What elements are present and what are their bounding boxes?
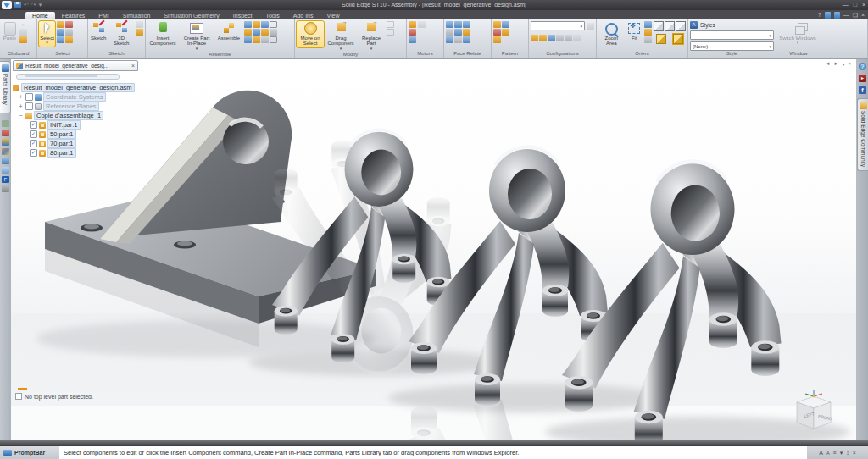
redo-icon[interactable]: ↷ bbox=[31, 2, 36, 8]
solid-edge-community-tab[interactable]: Solid Edge Community bbox=[857, 98, 868, 171]
mini-icon[interactable] bbox=[57, 29, 64, 36]
mini-icon[interactable] bbox=[446, 36, 453, 43]
mini-icon[interactable] bbox=[65, 29, 73, 36]
note-checkbox[interactable] bbox=[15, 393, 22, 400]
motor-icon[interactable] bbox=[409, 21, 416, 28]
mini-icon[interactable] bbox=[244, 21, 252, 28]
doc-icon[interactable] bbox=[825, 12, 831, 19]
pan-icon[interactable] bbox=[644, 29, 652, 36]
tab-inspect[interactable]: Inspect bbox=[226, 12, 259, 19]
camera-icon[interactable] bbox=[565, 35, 572, 41]
motor-icon[interactable] bbox=[409, 36, 416, 43]
dropdown-icon[interactable]: ▾ bbox=[840, 450, 843, 456]
dock-icon[interactable] bbox=[2, 139, 9, 146]
zoom-area-button[interactable]: Zoom Area bbox=[598, 21, 625, 47]
select-button[interactable]: Select▾ bbox=[39, 21, 55, 47]
undo-icon[interactable]: ↶ bbox=[24, 2, 29, 8]
document-tab[interactable]: Result_model_generative_desig... × bbox=[13, 60, 138, 71]
scroll-left-icon[interactable]: ◄ bbox=[826, 61, 831, 67]
text-scale-icon[interactable]: A bbox=[819, 450, 823, 456]
mini-icon[interactable] bbox=[502, 29, 509, 36]
tab-pmi[interactable]: PMI bbox=[92, 12, 115, 19]
tab-simulation-geometry[interactable]: Simulation Geometry bbox=[157, 12, 225, 19]
mini-icon[interactable] bbox=[261, 29, 269, 36]
visibility-checkbox[interactable] bbox=[25, 102, 33, 110]
mini-icon[interactable] bbox=[244, 29, 252, 36]
dock-icon[interactable] bbox=[2, 148, 9, 155]
mini-icon[interactable] bbox=[65, 21, 73, 28]
mini-icon[interactable] bbox=[136, 29, 143, 36]
app-logo-icon[interactable] bbox=[2, 1, 12, 9]
dock-icon[interactable] bbox=[2, 120, 9, 127]
mini-icon[interactable] bbox=[270, 29, 277, 36]
view-cube-icon[interactable] bbox=[665, 21, 675, 31]
tab-add-ins[interactable]: Add Ins bbox=[287, 12, 320, 19]
shaded-edges-cube-icon[interactable] bbox=[673, 34, 683, 44]
tab-home[interactable]: Home bbox=[25, 12, 55, 19]
assemble-button[interactable]: Assemble bbox=[215, 21, 242, 41]
viewport-close-icon[interactable]: × bbox=[848, 61, 851, 67]
mini-icon[interactable] bbox=[548, 35, 555, 41]
mini-icon[interactable] bbox=[539, 35, 547, 41]
mini-icon[interactable] bbox=[253, 21, 260, 28]
minimize-button[interactable]: — bbox=[843, 0, 849, 10]
create-part-in-place-button[interactable]: Create Part In-Place▾ bbox=[180, 21, 214, 52]
visibility-checkbox[interactable] bbox=[30, 121, 37, 129]
mini-icon[interactable] bbox=[57, 36, 64, 43]
mini-icon[interactable] bbox=[253, 29, 260, 36]
dock-icon[interactable]: F bbox=[2, 176, 9, 183]
mini-icon[interactable] bbox=[531, 35, 538, 41]
visibility-checkbox[interactable] bbox=[30, 140, 37, 147]
mini-icon[interactable] bbox=[65, 36, 73, 43]
document-tab-close-icon[interactable]: × bbox=[131, 63, 135, 69]
move-on-select-button[interactable]: Move on Select bbox=[297, 21, 324, 47]
tab-view[interactable]: View bbox=[320, 12, 346, 19]
insert-component-button[interactable]: Insert Component bbox=[147, 21, 178, 47]
mini-icon[interactable] bbox=[446, 21, 453, 28]
mini-icon[interactable] bbox=[446, 29, 453, 36]
gear-icon[interactable] bbox=[2, 185, 9, 192]
tree-item-reference-planes[interactable]: + Reference Planes bbox=[13, 102, 147, 111]
ribbon-help-icon[interactable]: ? bbox=[818, 12, 821, 18]
drag-component-button[interactable]: Drag Component▾ bbox=[326, 21, 356, 52]
dock-icon[interactable] bbox=[2, 167, 9, 174]
expand-icon[interactable]: + bbox=[18, 103, 24, 109]
text-scale-small-icon[interactable]: A bbox=[826, 451, 830, 456]
tree-item-init-part[interactable]: INIT.par:1 bbox=[13, 120, 147, 130]
motor-icon[interactable] bbox=[409, 29, 416, 36]
tree-root[interactable]: Result_model_generative_design.asm bbox=[13, 83, 147, 92]
close-button[interactable]: × bbox=[862, 0, 865, 10]
viewport[interactable]: ◄ ► ▾ × Result_model_generative_desig...… bbox=[11, 59, 856, 440]
help-icon[interactable]: ? bbox=[859, 63, 866, 70]
mini-icon[interactable] bbox=[454, 21, 462, 28]
viewport-menu-icon[interactable]: ▾ bbox=[842, 61, 844, 67]
mini-icon[interactable] bbox=[270, 21, 277, 28]
resize-icon[interactable]: ↕ bbox=[846, 450, 849, 456]
mini-icon[interactable] bbox=[454, 29, 462, 36]
mini-icon[interactable] bbox=[270, 36, 277, 43]
visibility-checkbox[interactable] bbox=[30, 130, 37, 138]
switch-windows-button[interactable]: Switch Windows▾ bbox=[778, 21, 817, 47]
mini-icon[interactable] bbox=[57, 21, 64, 28]
scroll-right-icon[interactable]: ► bbox=[834, 61, 839, 67]
youtube-icon[interactable]: ► bbox=[859, 75, 866, 82]
format-painter-icon[interactable] bbox=[19, 36, 27, 43]
tree-item-70-part[interactable]: 70.par:1 bbox=[13, 139, 147, 148]
view-cube-icon[interactable] bbox=[676, 21, 686, 31]
mini-icon[interactable] bbox=[418, 21, 426, 28]
mini-icon[interactable] bbox=[587, 23, 594, 30]
mini-icon[interactable] bbox=[387, 29, 394, 36]
styles-label[interactable]: Styles bbox=[700, 22, 715, 28]
view-style-select[interactable]: (None)▾ bbox=[690, 41, 774, 51]
cut-icon[interactable]: ✂ bbox=[19, 21, 27, 28]
save-icon[interactable] bbox=[14, 2, 21, 8]
visibility-checkbox[interactable] bbox=[25, 93, 33, 101]
tree-item-50-part[interactable]: 50.par:1 bbox=[13, 130, 147, 139]
mini-icon[interactable] bbox=[463, 21, 470, 28]
visibility-checkbox[interactable] bbox=[30, 149, 37, 157]
parts-library-tab[interactable]: Parts Library bbox=[0, 61, 11, 113]
mini-icon[interactable] bbox=[573, 35, 581, 41]
collapse-icon[interactable]: − bbox=[18, 113, 24, 119]
mini-icon[interactable] bbox=[261, 21, 269, 28]
doc-icon[interactable] bbox=[834, 12, 840, 19]
